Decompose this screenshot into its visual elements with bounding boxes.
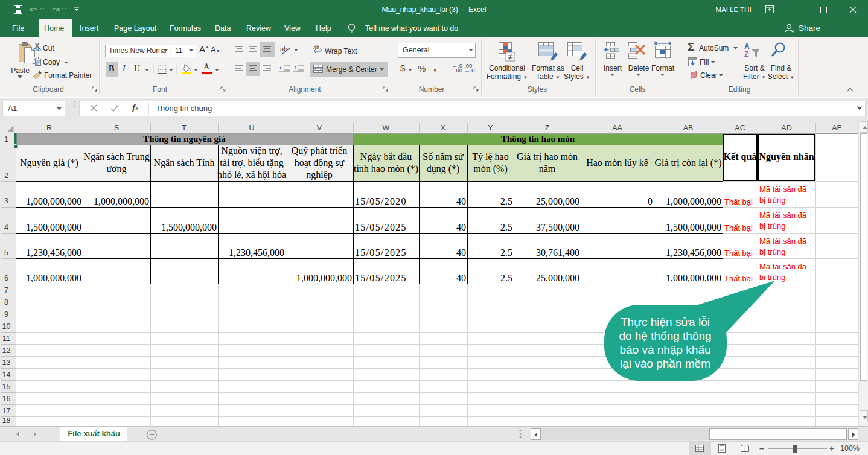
svg-text:T: T	[182, 124, 187, 132]
svg-text:40: 40	[456, 273, 466, 283]
svg-text:tính hao mòn (*): tính hao mòn (*)	[354, 164, 418, 174]
svg-text:Thông tin hao mòn: Thông tin hao mòn	[501, 134, 575, 144]
svg-text:2.5: 2.5	[500, 247, 512, 258]
svg-text:Nguồn viện trợ,: Nguồn viện trợ,	[221, 145, 282, 156]
svg-text:8: 8	[4, 298, 8, 307]
svg-text:Mã tài sản đã: Mã tài sản đã	[759, 237, 807, 246]
svg-text:2.5: 2.5	[500, 196, 512, 206]
svg-text:Z: Z	[545, 124, 550, 132]
svg-text:25,000,000: 25,000,000	[536, 196, 579, 206]
svg-text:37,500,000: 37,500,000	[536, 222, 579, 232]
svg-text:S: S	[114, 124, 119, 132]
svg-text:Mã tài sản đã: Mã tài sản đã	[759, 262, 807, 271]
svg-text:40: 40	[456, 247, 466, 258]
svg-text:6: 6	[4, 274, 8, 282]
svg-text:9: 9	[4, 310, 8, 319]
svg-text:AC: AC	[735, 124, 745, 132]
svg-text:ab: ab	[313, 45, 319, 51]
svg-text:Thất bại: Thất bại	[724, 249, 753, 258]
svg-text:Số năm sử: Số năm sử	[423, 151, 464, 162]
svg-text:R: R	[46, 124, 52, 132]
svg-text:40: 40	[456, 222, 466, 232]
svg-text:10: 10	[2, 322, 11, 331]
svg-text:U: U	[249, 124, 254, 132]
svg-text:báo và nhập khẩu: báo và nhập khẩu	[619, 343, 710, 356]
svg-text:bị trùng: bị trùng	[759, 247, 785, 256]
svg-text:1,000,000,000: 1,000,000,000	[296, 273, 352, 283]
svg-text:bị trùng: bị trùng	[759, 221, 785, 231]
svg-text:Y: Y	[488, 124, 493, 132]
svg-text:15/05/2025: 15/05/2025	[355, 222, 407, 232]
svg-text:Thất bại: Thất bại	[724, 274, 753, 283]
svg-text:16: 16	[2, 395, 11, 403]
svg-text:7: 7	[4, 286, 8, 294]
svg-text:1,230,456,000: 1,230,456,000	[666, 247, 721, 258]
svg-text:Nguyên giá (*): Nguyên giá (*)	[20, 158, 78, 168]
svg-text:bị trùng: bị trùng	[759, 196, 785, 205]
svg-text:bị trùng: bị trùng	[759, 273, 785, 282]
svg-text:Giá trị còn lại (*): Giá trị còn lại (*)	[654, 158, 721, 168]
svg-text:11: 11	[2, 334, 10, 343]
svg-text:Mã tài sản đã: Mã tài sản đã	[759, 185, 807, 194]
svg-text:40: 40	[456, 196, 466, 206]
svg-text:1,230,456,000: 1,230,456,000	[26, 247, 81, 258]
svg-text:Thất bại: Thất bại	[724, 197, 753, 206]
svg-text:Giá trị hao mòn: Giá trị hao mòn	[517, 151, 578, 162]
svg-text:AE: AE	[832, 124, 842, 132]
svg-text:30,761,400: 30,761,400	[536, 247, 579, 258]
svg-text:17: 17	[2, 407, 11, 415]
svg-text:dụng (*): dụng (*)	[427, 164, 460, 174]
svg-text:nhỏ lẻ, xã hội hóa: nhỏ lẻ, xã hội hóa	[217, 170, 286, 180]
svg-text:1,000,000,000: 1,000,000,000	[666, 273, 721, 283]
svg-text:15: 15	[2, 383, 11, 391]
svg-text:1,500,000,000: 1,500,000,000	[26, 222, 81, 232]
svg-text:tài trợ, biểu tặng: tài trợ, biểu tặng	[220, 158, 283, 168]
svg-text:4: 4	[4, 223, 8, 232]
svg-text:13: 13	[2, 358, 11, 367]
svg-text:ương: ương	[106, 164, 126, 174]
svg-text:5: 5	[4, 249, 8, 257]
svg-text:2.5: 2.5	[500, 273, 512, 283]
svg-text:1,000,000,000: 1,000,000,000	[94, 196, 149, 206]
svg-text:mòn (%): mòn (%)	[473, 164, 507, 174]
svg-text:hoạt động sự: hoạt động sự	[295, 158, 345, 168]
svg-text:X: X	[441, 124, 446, 132]
svg-text:AD: AD	[781, 124, 791, 132]
svg-text:1,000,000,000: 1,000,000,000	[666, 196, 721, 206]
svg-text:18: 18	[2, 416, 11, 425]
svg-text:1,500,000,000: 1,500,000,000	[666, 222, 721, 232]
svg-text:ab: ab	[280, 45, 287, 52]
svg-text:A: A	[744, 42, 750, 51]
svg-text:0: 0	[648, 196, 653, 206]
svg-text:V: V	[317, 124, 322, 132]
svg-text:Ngân sách Tỉnh: Ngân sách Tỉnh	[153, 158, 214, 168]
svg-text:Mã tài sản đã: Mã tài sản đã	[759, 211, 807, 220]
svg-text:14: 14	[2, 371, 11, 379]
svg-text:W: W	[383, 124, 390, 132]
svg-text:1,000,000,000: 1,000,000,000	[26, 273, 81, 283]
svg-text:AB: AB	[683, 124, 694, 132]
svg-text:15/05/2025: 15/05/2025	[355, 273, 407, 283]
svg-text:1: 1	[4, 135, 8, 144]
svg-text:12: 12	[2, 346, 11, 355]
svg-text:Kết quả: Kết quả	[724, 151, 757, 162]
svg-text:2.5: 2.5	[500, 222, 512, 232]
svg-text:lại vào phần mềm: lại vào phần mềm	[620, 357, 710, 370]
svg-text:Nguyên nhân: Nguyên nhân	[759, 151, 814, 162]
svg-text:1,230,456,000: 1,230,456,000	[229, 247, 284, 258]
svg-text:Ngân sách Trung: Ngân sách Trung	[83, 151, 149, 162]
svg-text:1,000,000,000: 1,000,000,000	[26, 196, 81, 206]
svg-text:Hao mòn lũy kế: Hao mòn lũy kế	[586, 158, 649, 168]
svg-text:1,500,000,000: 1,500,000,000	[161, 222, 217, 232]
svg-text:Quỹ phát triển: Quỹ phát triển	[292, 145, 347, 156]
svg-text:3: 3	[4, 197, 8, 205]
svg-text:Ngày bắt đầu: Ngày bắt đầu	[360, 151, 412, 162]
svg-text:năm: năm	[539, 164, 556, 174]
svg-text:nghiệp: nghiệp	[306, 170, 333, 180]
svg-text:2: 2	[4, 171, 8, 180]
svg-text:AA: AA	[612, 124, 622, 132]
svg-text:Z: Z	[744, 50, 748, 58]
svg-text:Thực hiện sửa lỗi: Thực hiện sửa lỗi	[621, 316, 710, 328]
svg-text:15/05/2025: 15/05/2025	[355, 247, 407, 258]
svg-text:15/05/2020: 15/05/2020	[355, 196, 407, 206]
